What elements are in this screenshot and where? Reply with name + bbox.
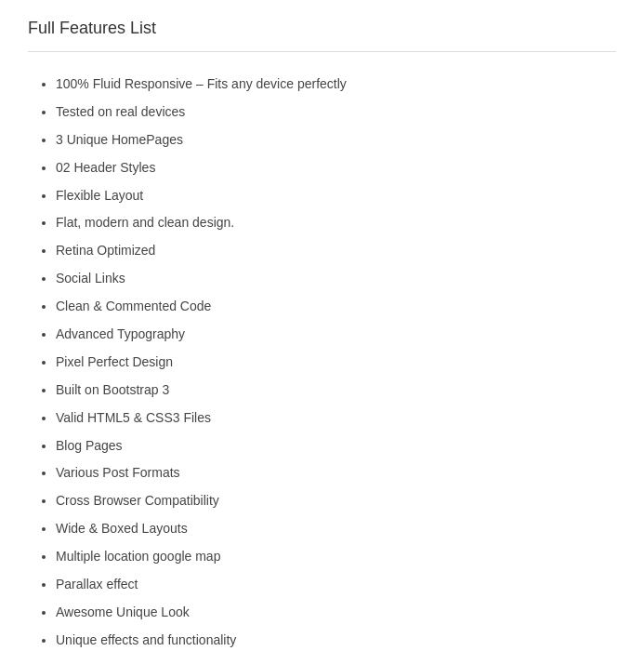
list-item: Multiple location google map: [56, 543, 616, 571]
list-item: 02 Header Styles: [56, 154, 616, 182]
list-item: Flexible Layout: [56, 182, 616, 210]
list-item: Tested on real devices: [56, 99, 616, 126]
list-item: Flat, modern and clean design.: [56, 209, 616, 237]
list-item: Unique effects and functionality: [56, 627, 616, 651]
list-item: Wide & Boxed Layouts: [56, 515, 616, 543]
list-item: Retina Optimized: [56, 237, 616, 265]
list-item: 100% Fluid Responsive – Fits any device …: [56, 71, 616, 99]
list-item: Parallax effect: [56, 571, 616, 599]
list-item: Clean & Commented Code: [56, 293, 616, 321]
list-item: Built on Bootstrap 3: [56, 377, 616, 405]
features-list: 100% Fluid Responsive – Fits any device …: [28, 71, 616, 651]
list-item: Social Links: [56, 265, 616, 293]
list-item: Awesome Unique Look: [56, 599, 616, 627]
list-item: Advanced Typography: [56, 321, 616, 349]
list-item: Cross Browser Compatibility: [56, 487, 616, 515]
divider: [28, 51, 616, 52]
list-item: Valid HTML5 & CSS3 Files: [56, 405, 616, 432]
page-title: Full Features List: [28, 19, 616, 38]
list-item: 3 Unique HomePages: [56, 126, 616, 154]
list-item: Pixel Perfect Design: [56, 349, 616, 377]
list-item: Various Post Formats: [56, 459, 616, 487]
list-item: Blog Pages: [56, 432, 616, 460]
